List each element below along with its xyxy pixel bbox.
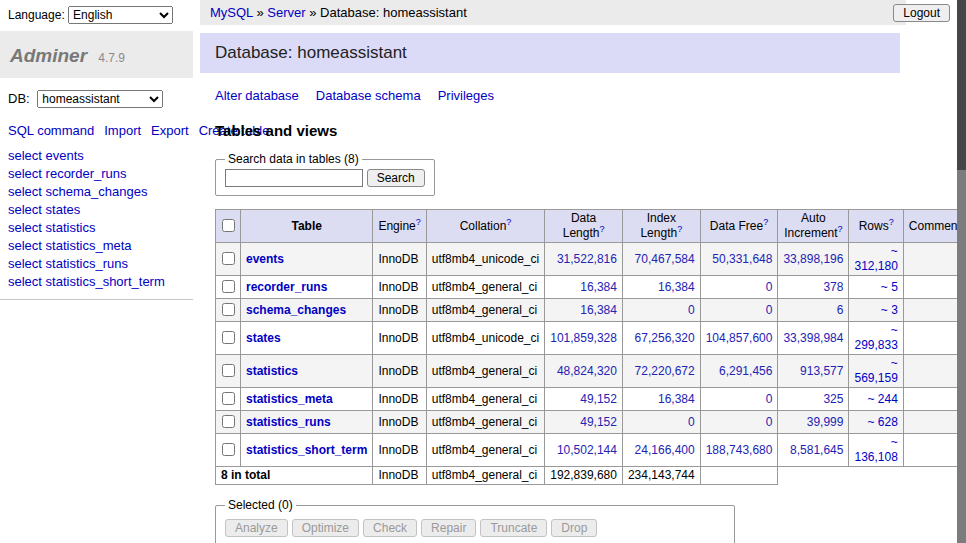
optimize-button[interactable]: Optimize <box>292 519 359 537</box>
table-select-link[interactable]: select recorder_runs <box>8 166 127 181</box>
row-checkbox[interactable] <box>222 331 235 344</box>
tables-footer-row: 8 in totalInnoDButf8mb4_general_ci192,83… <box>216 467 966 485</box>
adminer-logo-link[interactable]: Adminer <box>10 45 87 66</box>
table-name-link[interactable]: statistics <box>246 364 298 378</box>
table-row: schema_changesInnoDButf8mb4_general_ci16… <box>216 299 966 322</box>
rows-count-link[interactable]: ~ 569,159 <box>854 356 897 385</box>
rows-count-link[interactable]: ~ 3 <box>881 303 898 317</box>
check-button[interactable]: Check <box>363 519 417 537</box>
index-length-cell: 24,166,400 <box>622 434 700 467</box>
engine-cell: InnoDB <box>373 322 426 355</box>
search-input[interactable] <box>225 169 363 187</box>
row-checkbox[interactable] <box>222 303 235 316</box>
main-content: MySQL » Server » Database: homeassistant… <box>200 0 958 543</box>
index-length-cell: 72,220,672 <box>622 355 700 388</box>
select-all-checkbox[interactable] <box>222 219 235 232</box>
table-select-link[interactable]: select events <box>8 148 84 163</box>
sidebar-link-export[interactable]: Export <box>151 123 189 138</box>
engine-cell: InnoDB <box>373 411 426 434</box>
rows-count-link[interactable]: ~ 628 <box>867 415 897 429</box>
breadcrumb-link-server[interactable]: Server <box>267 5 305 20</box>
table-select-link[interactable]: select statistics_meta <box>8 238 132 253</box>
rows-count-link[interactable]: ~ 312,180 <box>854 244 897 273</box>
table-name-link[interactable]: schema_changes <box>246 303 346 317</box>
table-row: statesInnoDButf8mb4_unicode_ci101,859,32… <box>216 322 966 355</box>
action-database-schema[interactable]: Database schema <box>316 88 421 103</box>
scrollbar[interactable] <box>957 0 966 543</box>
tables-body: eventsInnoDButf8mb4_unicode_ci31,522,816… <box>216 243 966 467</box>
auto-increment-cell: 378 <box>778 276 849 299</box>
analyze-button[interactable]: Analyze <box>225 519 288 537</box>
table-name-link[interactable]: recorder_runs <box>246 280 327 294</box>
help-link[interactable]: ? <box>599 224 604 234</box>
breadcrumb: MySQL » Server » Database: homeassistant <box>200 0 906 25</box>
search-fieldset: Search data in tables (8) Search <box>215 152 435 196</box>
rows-count-link[interactable]: ~ 244 <box>867 392 897 406</box>
rows-count-link[interactable]: ~ 299,833 <box>854 323 897 352</box>
sidebar-item-statistics: select statistics <box>8 220 185 235</box>
help-link[interactable]: ? <box>889 217 894 227</box>
table-name-link[interactable]: states <box>246 331 281 345</box>
rows-count-link[interactable]: ~ 5 <box>881 280 898 294</box>
sidebar-link-import[interactable]: Import <box>104 123 141 138</box>
rows-count-cell: ~ 3 <box>849 299 903 322</box>
breadcrumb-link-mysql[interactable]: MySQL <box>210 5 253 20</box>
table-select-link[interactable]: select statistics <box>8 220 95 235</box>
table-name-link[interactable]: events <box>246 252 284 266</box>
scrollbar-thumb[interactable] <box>957 0 966 170</box>
collation-cell: utf8mb4_general_ci <box>426 411 544 434</box>
search-button[interactable]: Search <box>367 169 425 187</box>
table-select-link[interactable]: select statistics_runs <box>8 256 128 271</box>
table-row: statisticsInnoDButf8mb4_general_ci48,824… <box>216 355 966 388</box>
help-link[interactable]: ? <box>416 217 421 227</box>
table-name-link[interactable]: statistics_short_term <box>246 443 367 457</box>
table-name-cell: events <box>241 243 373 276</box>
help-link[interactable]: ? <box>763 217 768 227</box>
sidebar-tables: select eventsselect recorder_runsselect … <box>8 148 185 289</box>
help-link[interactable]: ? <box>677 224 682 234</box>
table-name-cell: statistics <box>241 355 373 388</box>
collation-cell: utf8mb4_unicode_ci <box>426 243 544 276</box>
collation-cell: utf8mb4_general_ci <box>426 299 544 322</box>
help-link[interactable]: ? <box>506 217 511 227</box>
table-name-cell: statistics_short_term <box>241 434 373 467</box>
sidebar-divider <box>0 299 193 300</box>
data-free-cell: 50,331,648 <box>700 243 778 276</box>
column-header-data-free: Data Free? <box>700 210 778 243</box>
help-link[interactable]: ? <box>838 224 843 234</box>
db-select[interactable]: homeassistant <box>37 90 163 108</box>
logout-button[interactable]: Logout <box>893 4 950 22</box>
collation-cell: utf8mb4_general_ci <box>426 276 544 299</box>
action-privileges[interactable]: Privileges <box>438 88 494 103</box>
row-checkbox[interactable] <box>222 443 235 456</box>
drop-button[interactable]: Drop <box>551 519 597 537</box>
rows-count-cell: ~ 312,180 <box>849 243 903 276</box>
truncate-button[interactable]: Truncate <box>480 519 547 537</box>
row-checkbox[interactable] <box>222 392 235 405</box>
index-length-cell: 0 <box>622 299 700 322</box>
repair-button[interactable]: Repair <box>421 519 476 537</box>
table-row: eventsInnoDButf8mb4_unicode_ci31,522,816… <box>216 243 966 276</box>
rows-count-link[interactable]: ~ 136,108 <box>854 435 897 464</box>
row-checkbox[interactable] <box>222 364 235 377</box>
table-select-link[interactable]: select schema_changes <box>8 184 147 199</box>
auto-increment-cell: 6 <box>778 299 849 322</box>
language-select[interactable]: English <box>68 6 173 24</box>
table-select-link[interactable]: select states <box>8 202 80 217</box>
row-checkbox[interactable] <box>222 252 235 265</box>
row-checkbox[interactable] <box>222 415 235 428</box>
sidebar-item-statistics-runs: select statistics_runs <box>8 256 185 271</box>
collation-cell: utf8mb4_general_ci <box>426 355 544 388</box>
sidebar-link-sql-command[interactable]: SQL command <box>8 123 94 138</box>
table-name-link[interactable]: statistics_runs <box>246 415 331 429</box>
action-alter-database[interactable]: Alter database <box>215 88 299 103</box>
sidebar-links: SQL commandImportExportCreate table <box>8 122 178 140</box>
rows-count-cell: ~ 628 <box>849 411 903 434</box>
engine-cell: InnoDB <box>373 243 426 276</box>
data-length-cell: 31,522,816 <box>545 243 623 276</box>
table-name-link[interactable]: statistics_meta <box>246 392 333 406</box>
table-select-link[interactable]: select statistics_short_term <box>8 274 165 289</box>
auto-increment-cell: 33,898,196 <box>778 243 849 276</box>
total-collation: utf8mb4_general_ci <box>426 467 544 485</box>
row-checkbox[interactable] <box>222 280 235 293</box>
